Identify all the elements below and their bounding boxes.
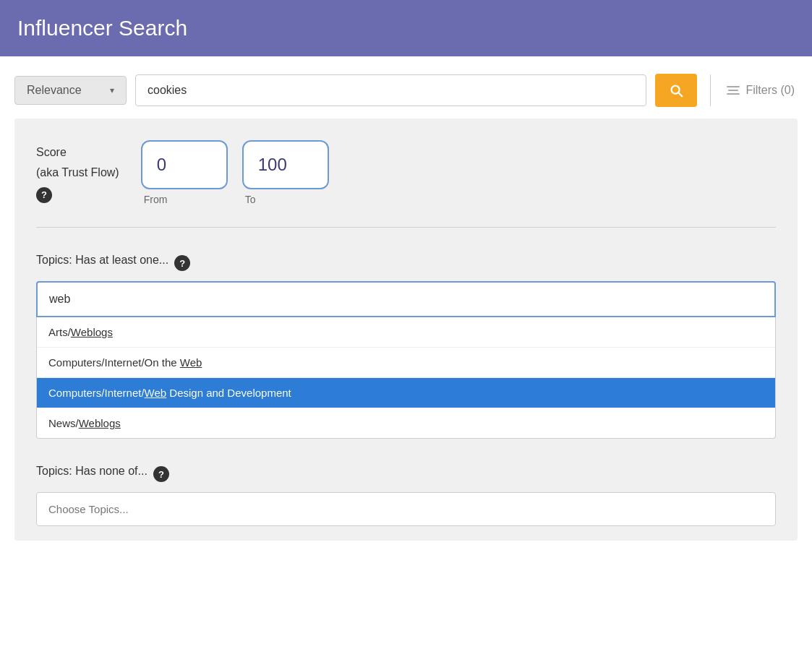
topics-has-none-help-icon[interactable]: ? [153, 466, 169, 482]
page-title: Influencer Search [17, 16, 795, 40]
search-icon [668, 82, 684, 98]
score-from-input[interactable] [141, 140, 228, 189]
score-help-icon[interactable]: ? [36, 187, 52, 203]
topics-dropdown-list: Arts/Weblogs Computers/Internet/On the W… [36, 317, 776, 439]
score-from-label: From [141, 194, 168, 205]
filters-button[interactable]: Filters (0) [724, 78, 798, 103]
score-section: Score (aka Trust Flow) ? From To [36, 140, 776, 228]
topics-has-none-section: Topics: Has none of... ? [36, 439, 776, 526]
topics-has-one-section: Topics: Has at least one... ? Arts/Weblo… [36, 228, 776, 439]
dropdown-item-news-weblogs[interactable]: News/Weblogs [37, 408, 775, 438]
vertical-divider [710, 74, 711, 106]
filters-label: Filters (0) [745, 84, 795, 97]
relevance-label: Relevance [27, 84, 82, 97]
topics-has-one-input-wrapper: Arts/Weblogs Computers/Internet/On the W… [36, 281, 776, 439]
score-to-label: To [242, 194, 256, 205]
search-bar-section: Relevance ▾ Filters (0) [0, 56, 812, 119]
search-input-wrapper [135, 74, 646, 106]
filters-icon [727, 86, 740, 95]
score-label-line2: (aka Trust Flow) [36, 160, 119, 181]
topics-has-one-label: Topics: Has at least one... ? [36, 249, 776, 271]
dropdown-item-computers-internet-web[interactable]: Computers/Internet/On the Web [37, 348, 775, 378]
header: Influencer Search [0, 0, 812, 56]
main-content: Score (aka Trust Flow) ? From To Topics:… [14, 119, 798, 541]
dropdown-item-arts-weblogs[interactable]: Arts/Weblogs [37, 317, 775, 348]
topics-has-one-input[interactable] [36, 281, 776, 317]
chevron-down-icon: ▾ [110, 85, 114, 95]
search-button[interactable] [655, 74, 697, 107]
topics-has-one-help-icon[interactable]: ? [174, 255, 190, 271]
score-label-line1: Score [36, 140, 119, 160]
dropdown-item-computers-internet-web-design[interactable]: Computers/Internet/Web Design and Develo… [37, 378, 775, 408]
topics-has-none-label: Topics: Has none of... ? [36, 460, 776, 482]
score-from-group: From [141, 140, 228, 205]
relevance-dropdown[interactable]: Relevance ▾ [14, 76, 127, 105]
score-to-input[interactable] [242, 140, 329, 189]
score-inputs: From To [141, 140, 329, 205]
score-to-group: To [242, 140, 329, 205]
search-input[interactable] [135, 74, 646, 106]
topics-has-none-input[interactable] [36, 492, 776, 526]
